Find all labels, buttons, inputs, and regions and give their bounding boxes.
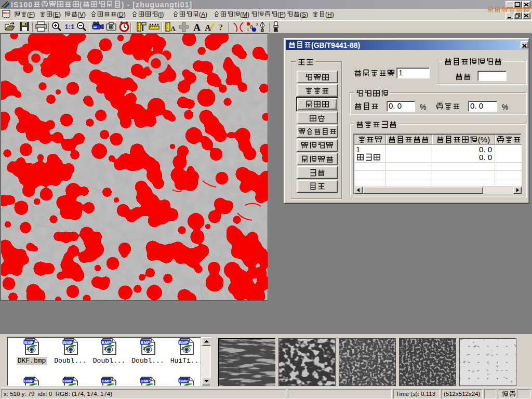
svg-text:BMP: BMP [179, 379, 189, 383]
svg-text:BMP: BMP [102, 340, 111, 345]
svg-text:BMP: BMP [24, 379, 34, 383]
svg-text:A: A [193, 22, 201, 32]
svg-text:A: A [205, 23, 211, 32]
svg-text:BMP: BMP [102, 379, 111, 383]
svg-text:1:1: 1:1 [65, 23, 75, 31]
svg-text:BMP: BMP [24, 340, 34, 345]
svg-text:3: 3 [256, 22, 258, 26]
svg-text:DOC: DOC [3, 11, 10, 15]
svg-text:BMP: BMP [140, 340, 150, 345]
svg-text:a: a [250, 23, 254, 30]
svg-text:BMP: BMP [63, 379, 72, 383]
svg-text:1: 1 [247, 28, 249, 32]
svg-text:BMP: BMP [179, 340, 189, 345]
svg-text:A: A [170, 24, 176, 32]
svg-text:BMP: BMP [140, 379, 150, 383]
svg-text:?: ? [219, 22, 223, 32]
svg-text:BMP: BMP [63, 340, 72, 345]
